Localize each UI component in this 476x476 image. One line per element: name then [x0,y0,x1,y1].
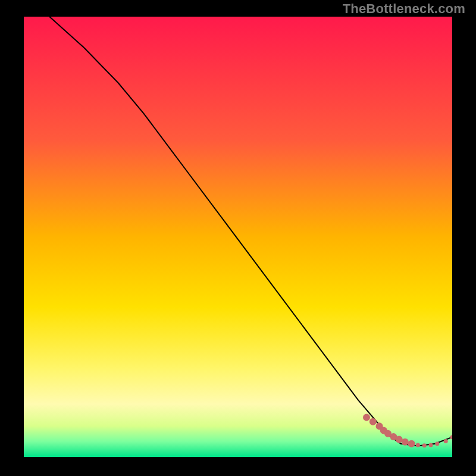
data-point [444,439,448,443]
chart-frame: TheBottleneck.com [0,0,476,476]
gradient-background [24,17,452,457]
data-point [369,418,377,425]
watermark-text: TheBottleneck.com [343,1,465,17]
data-point [435,441,439,446]
data-point [402,439,409,446]
data-point [416,443,420,447]
plot-svg [24,17,452,457]
plot-area [24,17,452,457]
data-point [422,443,427,447]
data-point [408,440,415,447]
data-point [429,443,433,447]
data-point [363,414,370,421]
